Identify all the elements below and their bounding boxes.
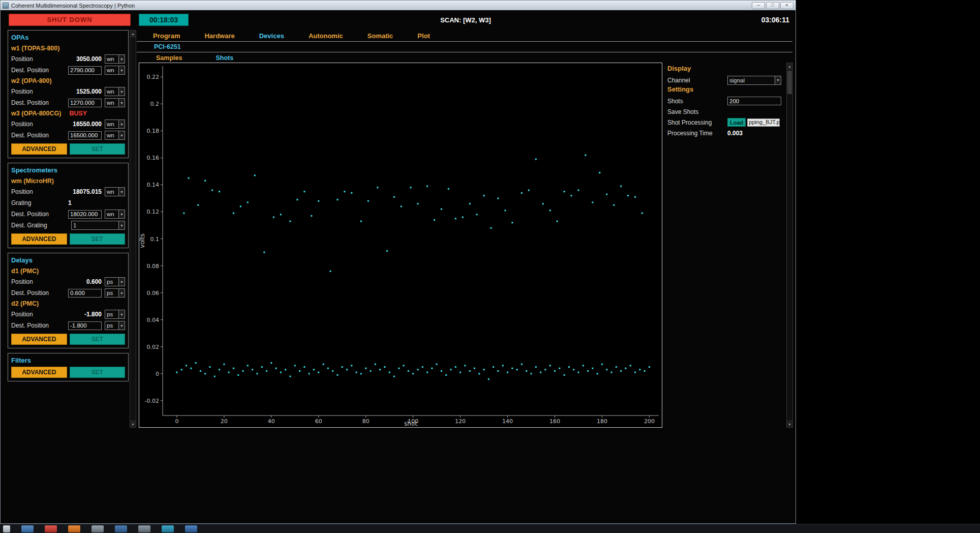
divider — [137, 41, 792, 42]
minimize-icon[interactable]: – — [752, 2, 765, 9]
processing-file-field[interactable]: pping_BJT.py — [747, 119, 780, 127]
delays-group: Delays d1 (PMC) Position 0.600 ps ▼ Dest… — [8, 253, 129, 348]
units-select[interactable]: wn ▼ — [105, 98, 125, 107]
channel-select[interactable]: signal ▼ — [727, 76, 781, 85]
units-select[interactable]: wn ▼ — [105, 66, 125, 75]
dest-position-input[interactable] — [68, 321, 102, 330]
advanced-button[interactable]: ADVANCED — [11, 233, 67, 245]
tab-autonomic[interactable]: Autonomic — [309, 32, 343, 40]
save-shots-label: Save Shots — [667, 108, 727, 115]
chevron-down-icon[interactable]: ▼ — [118, 210, 125, 218]
chevron-down-icon[interactable]: ▼ — [118, 55, 125, 63]
units-select[interactable]: wn ▼ — [105, 187, 125, 196]
dest-position-input[interactable] — [68, 210, 102, 219]
set-button[interactable]: SET — [70, 143, 126, 155]
grating-row: Grating 1 — [11, 197, 125, 209]
dest-position-label: Dest. Position — [11, 132, 68, 139]
scroll-up-icon[interactable]: ▲ — [787, 63, 792, 70]
opa-w1: w1 (TOPAS-800) Position 3050.000 wn ▼ De… — [11, 43, 125, 76]
chevron-down-icon[interactable]: ▼ — [118, 278, 125, 286]
tab-devices[interactable]: Devices — [259, 32, 284, 40]
chevron-down-icon[interactable]: ▼ — [118, 120, 125, 128]
units-select[interactable]: wn ▼ — [105, 120, 125, 129]
position-row: Position 3050.000 wn ▼ — [11, 53, 125, 65]
scrollbar-thumb[interactable] — [787, 71, 792, 94]
units-select[interactable]: wn ▼ — [105, 210, 125, 219]
hardware-name: w3 (OPA-800CG) — [11, 110, 61, 117]
taskbar-icon[interactable] — [68, 525, 80, 532]
processing-time-value: 0.003 — [727, 130, 743, 137]
tab-program[interactable]: Program — [153, 32, 180, 40]
position-row: Position 16550.000 wn ▼ — [11, 119, 125, 130]
close-icon[interactable]: × — [780, 2, 793, 9]
chevron-down-icon[interactable]: ▼ — [118, 221, 125, 229]
tab-pci-6251[interactable]: PCI-6251 — [154, 43, 181, 50]
set-button[interactable]: SET — [70, 334, 126, 345]
svg-text:0.18: 0.18 — [147, 128, 160, 134]
taskbar-icon[interactable] — [91, 525, 104, 532]
tab-somatic[interactable]: Somatic — [368, 32, 393, 40]
tab-plot[interactable]: Plot — [417, 32, 430, 40]
scroll-down-icon[interactable]: ▼ — [787, 421, 792, 427]
scroll-up-icon[interactable]: ▲ — [130, 31, 136, 37]
dest-position-input[interactable] — [68, 289, 102, 298]
chevron-down-icon[interactable]: ▼ — [118, 188, 125, 196]
maximize-icon[interactable]: □ — [766, 2, 779, 9]
load-button[interactable]: Load — [727, 118, 746, 127]
chevron-down-icon[interactable]: ▼ — [118, 321, 125, 330]
units-select[interactable]: ps ▼ — [105, 310, 125, 319]
taskbar-icon[interactable] — [185, 525, 197, 532]
position-row: Position 1525.000 wn ▼ — [11, 86, 125, 97]
chevron-down-icon[interactable]: ▼ — [118, 289, 125, 297]
units-select[interactable]: wn ▼ — [105, 87, 125, 96]
tab-hardware[interactable]: Hardware — [204, 32, 234, 40]
set-button[interactable]: SET — [70, 367, 126, 378]
position-value: 0.600 — [68, 278, 102, 285]
units-select[interactable]: wn ▼ — [105, 131, 125, 140]
dest-position-input[interactable] — [68, 131, 102, 140]
position-label: Position — [11, 278, 68, 285]
panel-scrollbar[interactable]: ▲ ▼ — [786, 63, 793, 428]
position-label: Position — [11, 311, 68, 318]
tab-samples[interactable]: Samples — [156, 54, 182, 62]
delay-d1: d1 (PMC) Position 0.600 ps ▼ Dest. Posit… — [11, 266, 125, 299]
scroll-down-icon[interactable]: ▼ — [130, 421, 136, 427]
dest-position-label: Dest. Position — [11, 211, 68, 218]
chevron-down-icon[interactable]: ▼ — [775, 76, 781, 84]
chevron-down-icon[interactable]: ▼ — [118, 99, 125, 107]
units-select[interactable]: ps ▼ — [105, 277, 125, 286]
taskbar-icon[interactable] — [162, 525, 174, 532]
chevron-down-icon[interactable]: ▼ — [118, 66, 125, 74]
chevron-down-icon[interactable]: ▼ — [118, 87, 125, 96]
taskbar-icon[interactable] — [115, 525, 127, 532]
advanced-button[interactable]: ADVANCED — [11, 143, 67, 155]
dest-position-label: Dest. Position — [11, 99, 68, 106]
shots-label: Shots — [667, 98, 727, 105]
shutdown-button[interactable]: SHUT DOWN — [9, 14, 131, 26]
taskbar-icon[interactable] — [21, 525, 34, 532]
advanced-button[interactable]: ADVANCED — [11, 334, 67, 345]
shots-input[interactable] — [727, 97, 781, 105]
tab-shots[interactable]: Shots — [216, 54, 233, 62]
sidebar-scrollbar[interactable]: ▲ ▼ — [130, 30, 136, 428]
spectrometers-title: Spectrometers — [11, 166, 125, 174]
dest-position-input[interactable] — [68, 66, 102, 75]
position-row: Position 18075.015 wn ▼ — [11, 186, 125, 197]
dest-grating-select[interactable]: 1 ▼ — [71, 221, 125, 230]
advanced-button[interactable]: ADVANCED — [11, 367, 67, 378]
units-select[interactable]: wn ▼ — [105, 54, 125, 64]
dest-position-row: Dest. Position ps ▼ — [11, 320, 125, 331]
chevron-down-icon[interactable]: ▼ — [118, 310, 125, 318]
dest-position-input[interactable] — [68, 99, 102, 107]
shot-processing-label: Shot Processing — [667, 119, 727, 126]
units-select[interactable]: ps ▼ — [105, 288, 125, 298]
taskbar-icon[interactable] — [3, 525, 10, 532]
taskbar-icon[interactable] — [138, 525, 150, 532]
hardware-name: wm (MicroHR) — [11, 177, 54, 185]
app-icon — [3, 3, 9, 9]
position-label: Position — [11, 55, 68, 63]
chevron-down-icon[interactable]: ▼ — [118, 131, 125, 139]
set-button[interactable]: SET — [70, 233, 126, 245]
taskbar-icon[interactable] — [45, 525, 57, 532]
units-select[interactable]: ps ▼ — [105, 321, 125, 330]
